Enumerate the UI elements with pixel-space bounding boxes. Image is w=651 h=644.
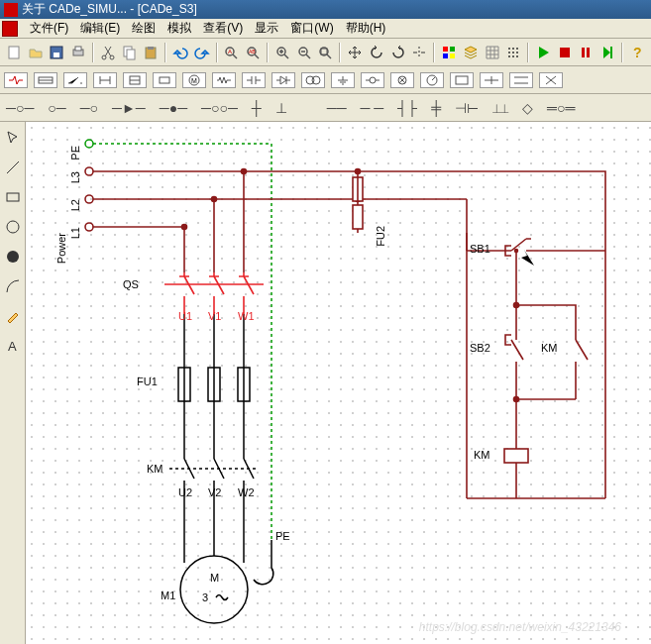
sym-11[interactable]: ┤├ — [397, 100, 417, 116]
step-icon[interactable] — [597, 42, 617, 63]
comp-coil-icon[interactable] — [153, 72, 176, 88]
svg-point-53 — [85, 167, 93, 175]
redo-icon[interactable] — [192, 42, 212, 63]
tool-arc-icon[interactable] — [3, 276, 23, 296]
label-l1: L1 — [69, 227, 81, 239]
sym-8[interactable]: ⊥ — [275, 100, 287, 116]
sym-10[interactable]: ─ ─ — [361, 100, 384, 116]
save-icon[interactable] — [47, 42, 66, 63]
comp-misc4-icon[interactable] — [539, 72, 563, 88]
label-power: Power — [55, 233, 67, 264]
comp-misc1-icon[interactable] — [450, 72, 474, 88]
layers-icon[interactable] — [461, 42, 481, 63]
comp-lamp-icon[interactable] — [390, 72, 414, 88]
doc-icon — [2, 21, 18, 37]
sym-14[interactable]: ⟂⟂ — [492, 100, 508, 116]
comp-ground-icon[interactable] — [331, 72, 355, 88]
comp-capacitor-icon[interactable] — [242, 72, 266, 88]
tool-circle-icon[interactable] — [3, 217, 23, 237]
comp-power-icon[interactable] — [4, 72, 28, 88]
label-km-coil: KM — [474, 449, 490, 461]
sym-15[interactable]: ◇ — [522, 100, 533, 116]
sym-5[interactable]: ─●─ — [160, 100, 187, 116]
menu-draw[interactable]: 绘图 — [126, 20, 162, 37]
tool-line-icon[interactable] — [3, 158, 23, 177]
replace-icon[interactable]: AB — [243, 42, 263, 63]
svg-rect-34 — [587, 48, 590, 57]
undo-icon[interactable] — [170, 42, 190, 63]
comp-contact-icon[interactable] — [93, 72, 117, 88]
comp-fuse-icon[interactable] — [34, 72, 57, 88]
comp-measure-icon[interactable] — [420, 72, 444, 88]
menu-edit[interactable]: 编辑(E) — [74, 20, 126, 37]
comp-transformer-icon[interactable] — [301, 72, 325, 88]
zoom-fit-icon[interactable] — [316, 42, 336, 63]
menu-window[interactable]: 窗口(W) — [284, 20, 339, 37]
comp-misc3-icon[interactable] — [509, 72, 533, 88]
pause-icon[interactable] — [577, 42, 597, 63]
svg-point-6 — [110, 55, 114, 59]
paste-icon[interactable] — [141, 42, 161, 63]
label-sb1: SB1 — [470, 243, 490, 255]
menu-display[interactable]: 显示 — [249, 20, 284, 37]
play-icon[interactable] — [533, 42, 553, 63]
tool-pen-icon[interactable] — [3, 306, 23, 326]
sym-2[interactable]: ○─ — [48, 100, 65, 116]
sym-16[interactable]: ═○═ — [547, 100, 575, 116]
comp-motor-icon[interactable]: M — [182, 72, 206, 88]
svg-point-29 — [508, 55, 510, 57]
mirror-h-icon[interactable] — [409, 42, 429, 63]
copy-icon[interactable] — [120, 42, 140, 63]
help-icon[interactable]: ? — [627, 42, 647, 63]
sym-3[interactable]: ─○ — [80, 100, 98, 116]
comp-terminal-icon[interactable] — [361, 72, 384, 88]
sym-13[interactable]: ⊣⊢ — [455, 100, 479, 116]
label-three: 3 — [202, 591, 208, 603]
watermark: https://blog.csdn.net/weixin_43221346 — [419, 620, 621, 634]
rotate-left-icon[interactable] — [367, 42, 386, 63]
tool-fillcircle-icon[interactable] — [3, 247, 23, 267]
tool-pointer-icon[interactable] — [3, 128, 23, 148]
comp-relay-icon[interactable] — [123, 72, 147, 88]
tool-rect-icon[interactable] — [3, 187, 23, 207]
comp-diode-icon[interactable] — [271, 72, 295, 88]
menu-file[interactable]: 文件(F) — [24, 20, 74, 37]
toolbar-main: A AB ? — [0, 39, 651, 66]
menu-sim[interactable]: 模拟 — [162, 20, 197, 37]
zoom-out-icon[interactable] — [294, 42, 314, 63]
sym-12[interactable]: ╪ — [431, 100, 441, 116]
svg-text:M: M — [191, 77, 197, 84]
menu-view[interactable]: 查看(V) — [197, 20, 249, 37]
sym-7[interactable]: ┼ — [252, 100, 262, 116]
svg-point-50 — [7, 251, 19, 263]
stop-icon[interactable] — [555, 42, 575, 63]
comp-misc2-icon[interactable] — [480, 72, 503, 88]
svg-point-24 — [512, 48, 514, 50]
cut-icon[interactable] — [98, 42, 118, 63]
comp-switch-icon[interactable] — [63, 72, 87, 88]
move-icon[interactable] — [345, 42, 365, 63]
sym-4[interactable]: ─►─ — [112, 100, 146, 116]
print-icon[interactable] — [68, 42, 88, 63]
menu-help[interactable]: 帮助(H) — [340, 20, 392, 37]
sym-6[interactable]: ─○○─ — [201, 100, 238, 116]
new-icon[interactable] — [4, 42, 24, 63]
svg-text:AB: AB — [249, 49, 256, 54]
palette-icon[interactable] — [439, 42, 459, 63]
drawing-canvas[interactable]: PE L3 L2 L1 Power QS U1 V1 W1 FU1 FU2 KM… — [26, 122, 651, 644]
tool-text-icon[interactable]: A — [3, 336, 23, 356]
svg-rect-18 — [321, 49, 327, 54]
zoom-in-icon[interactable] — [272, 42, 292, 63]
comp-resistor-icon[interactable] — [212, 72, 236, 88]
sym-1[interactable]: ─○─ — [6, 100, 34, 116]
snap-icon[interactable] — [503, 42, 523, 63]
find-icon[interactable]: A — [222, 42, 242, 63]
grid-icon[interactable] — [483, 42, 502, 63]
svg-point-31 — [516, 55, 518, 57]
label-w2: W2 — [238, 486, 255, 498]
menu-bar[interactable]: 文件(F) 编辑(E) 绘图 模拟 查看(V) 显示 窗口(W) 帮助(H) — [0, 19, 651, 39]
label-m: M — [210, 572, 219, 584]
rotate-right-icon[interactable] — [388, 42, 408, 63]
open-icon[interactable] — [26, 42, 46, 63]
sym-9[interactable]: ── — [327, 100, 347, 116]
